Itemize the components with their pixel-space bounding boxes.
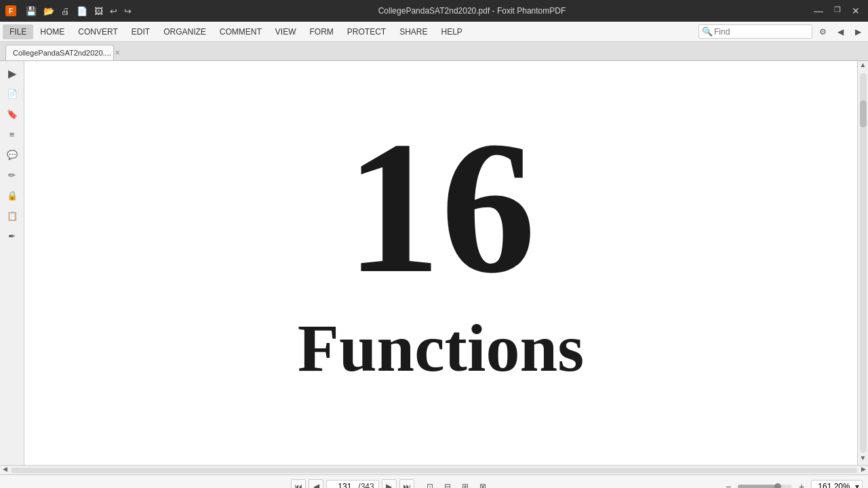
zoom-display: ▾ (811, 480, 863, 489)
restore-button[interactable]: ❐ (831, 5, 844, 16)
menu-organize[interactable]: ORGANIZE (157, 24, 213, 39)
nav-next-search[interactable]: ▶ (850, 24, 865, 39)
total-pages: 343 (361, 482, 374, 489)
next-page-button[interactable]: ▶ (382, 479, 397, 489)
horizontal-scrollbar[interactable]: ◀ ▶ (0, 465, 868, 474)
minimize-button[interactable]: — (811, 5, 826, 16)
scroll-up-button[interactable]: ▲ (858, 61, 869, 72)
navigation-controls: ⏮ ◀ / 343 ▶ ⏭ ⊡ ⊟ ⊞ ⊠ (60, 479, 722, 489)
current-page-input[interactable] (331, 482, 358, 489)
search-container: 🔍 (698, 24, 812, 39)
menu-comment[interactable]: COMMENT (213, 24, 269, 39)
pdf-content-area: 16 Functions (24, 61, 857, 465)
zoom-in-button[interactable]: + (795, 480, 808, 489)
last-page-button[interactable]: ⏭ (399, 479, 414, 489)
scroll-track[interactable] (860, 73, 867, 453)
search-area: 🔍 ⚙ ◀ ▶ (698, 24, 865, 39)
scroll-right-button[interactable]: ▶ (859, 466, 868, 475)
main-layout: ▶ 📄 🔖 ≡ 💬 ✏ 🔒 📋 ✒ 16 Functions ▲ ▼ (0, 61, 868, 465)
zoom-input[interactable] (814, 482, 854, 489)
sidebar-pages-icon[interactable]: 📄 (3, 84, 22, 103)
print-icon[interactable]: 🖨 (60, 6, 71, 16)
menu-share[interactable]: SHARE (393, 24, 434, 39)
status-bar: ⏮ ◀ / 343 ▶ ⏭ ⊡ ⊟ ⊞ ⊠ − + ▾ (0, 474, 868, 488)
scroll-left-button[interactable]: ◀ (0, 466, 9, 475)
tab-label: CollegePandaSAT2nd2020.... (13, 49, 111, 57)
sidebar-comments-icon[interactable]: 💬 (3, 145, 22, 164)
zoom-out-button[interactable]: − (722, 480, 735, 489)
title-bar: F 💾 📂 🖨 📄 🖼 ↩ ↪ CollegePandaSAT2nd2020.p… (0, 0, 868, 22)
convert-icon[interactable]: 📄 (75, 6, 89, 16)
sidebar-annotations-icon[interactable]: ✏ (3, 165, 22, 184)
page-input-container: / 343 (326, 480, 378, 489)
close-button[interactable]: ✕ (849, 5, 863, 16)
menu-edit[interactable]: EDIT (125, 24, 157, 39)
sidebar-layers-icon[interactable]: ≡ (3, 125, 22, 144)
sidebar-navigate-icon[interactable]: ▶ (3, 64, 22, 83)
title-left: F 💾 📂 🖨 📄 🖼 ↩ ↪ (5, 5, 133, 16)
zoom-slider[interactable] (738, 485, 792, 489)
window-controls: — ❐ ✕ (811, 5, 863, 16)
search-icon[interactable]: 🔍 (702, 26, 713, 37)
tab-bar: CollegePandaSAT2nd2020.... × (0, 42, 868, 61)
nav-prev-search[interactable]: ◀ (833, 24, 848, 39)
menu-view[interactable]: VIEW (269, 24, 303, 39)
settings-icon[interactable]: ⚙ (815, 24, 830, 39)
menu-help[interactable]: HELP (435, 24, 469, 39)
menu-home[interactable]: HOME (33, 24, 71, 39)
scroll-thumb[interactable] (860, 100, 867, 127)
open-icon[interactable]: 📂 (42, 6, 56, 16)
save-icon[interactable]: 💾 (24, 6, 38, 16)
tab-close-button[interactable]: × (115, 48, 120, 58)
menu-protect[interactable]: PROTECT (340, 24, 393, 39)
scan-icon[interactable]: 🖼 (93, 6, 104, 16)
search-input[interactable] (714, 27, 809, 37)
sidebar-signature-icon[interactable]: ✒ (3, 226, 22, 245)
menu-form[interactable]: FORM (302, 24, 340, 39)
prev-page-button[interactable]: ◀ (309, 479, 323, 489)
continuous-button[interactable]: ⊠ (475, 479, 490, 489)
chapter-number: 16 (346, 113, 536, 302)
zoom-dropdown-icon[interactable]: ▾ (855, 482, 859, 489)
document-tab[interactable]: CollegePandaSAT2nd2020.... × (5, 45, 114, 60)
menu-convert[interactable]: CONVERT (71, 24, 124, 39)
undo-icon[interactable]: ↩ (108, 6, 119, 16)
first-page-button[interactable]: ⏮ (291, 479, 306, 489)
fit-page-button[interactable]: ⊡ (422, 479, 437, 489)
scroll-down-button[interactable]: ▼ (858, 454, 869, 465)
quick-access-toolbar: 💾 📂 🖨 📄 🖼 ↩ ↪ (24, 6, 133, 16)
sidebar-bookmarks-icon[interactable]: 🔖 (3, 104, 22, 123)
sidebar-security-icon[interactable]: 🔒 (3, 186, 22, 205)
left-sidebar: ▶ 📄 🔖 ≡ 💬 ✏ 🔒 📋 ✒ (0, 61, 24, 465)
app-icon: F (5, 5, 16, 16)
two-page-button[interactable]: ⊞ (458, 479, 473, 489)
redo-icon[interactable]: ↪ (123, 6, 133, 16)
zoom-controls: − + ▾ (722, 480, 863, 489)
window-title: CollegePandaSAT2nd2020.pdf - Foxit Phant… (133, 6, 811, 16)
h-scroll-track[interactable] (11, 468, 857, 473)
fit-width-button[interactable]: ⊟ (440, 479, 455, 489)
chapter-title: Functions (298, 309, 584, 387)
menu-file[interactable]: FILE (3, 24, 33, 39)
sidebar-fields-icon[interactable]: 📋 (3, 206, 22, 225)
menu-bar: FILE HOME CONVERT EDIT ORGANIZE COMMENT … (0, 22, 868, 42)
vertical-scrollbar[interactable]: ▲ ▼ (857, 61, 868, 465)
pdf-page: 16 Functions (24, 61, 857, 465)
